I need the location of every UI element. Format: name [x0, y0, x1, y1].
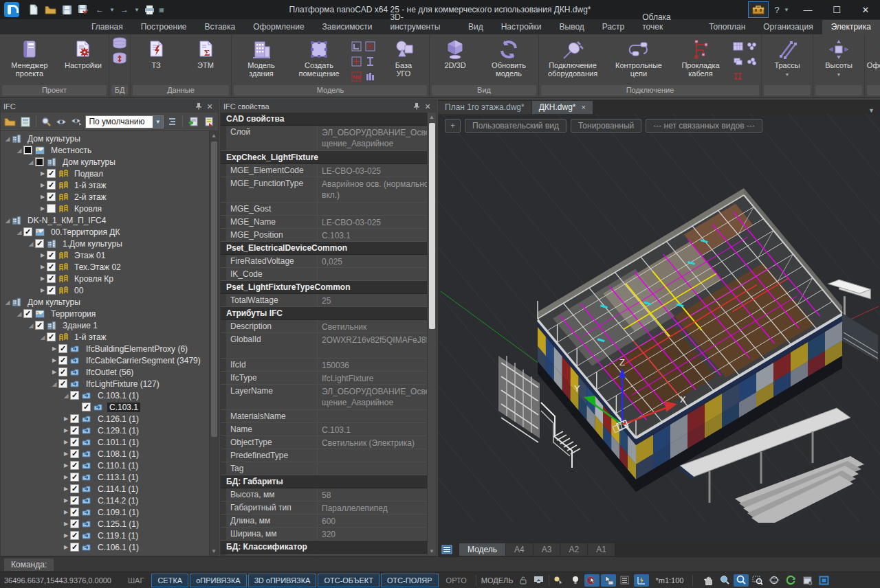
- tree-item-label[interactable]: C.103.1 (1): [96, 391, 141, 400]
- tree-checkbox[interactable]: ✓: [70, 438, 79, 446]
- model-space-label[interactable]: МОДЕЛЬ: [478, 576, 516, 585]
- property-section-header[interactable]: БД: Габариты−: [221, 475, 436, 488]
- tree-row[interactable]: ▶✓C.119.1 (1): [1, 530, 218, 541]
- status-toggle-ШАГ[interactable]: ШАГ: [122, 574, 150, 587]
- property-section-header[interactable]: Pset_ElectricalDeviceCommon−: [221, 242, 436, 255]
- dbarrows-icon[interactable]: [112, 52, 127, 66]
- add-viewport-button[interactable]: +: [445, 119, 461, 133]
- tree-item-label[interactable]: Территория: [49, 309, 98, 319]
- status-toggle-3D оПРИВЯЗКА[interactable]: 3D оПРИВЯЗКА: [248, 574, 317, 587]
- tree-item-label[interactable]: Дом культуры: [25, 134, 82, 144]
- tree-item-label[interactable]: 1-й этаж: [72, 181, 109, 190]
- cols-icon[interactable]: [364, 70, 376, 83]
- tree-checkbox[interactable]: ✓: [70, 496, 79, 505]
- ribbon-button-ТЗ[interactable]: ТЗ: [131, 36, 181, 69]
- tree-checkbox[interactable]: ✓: [58, 368, 67, 376]
- tree-row[interactable]: ▶✓2-й этаж: [1, 191, 218, 203]
- viewport-control-2[interactable]: Тонированный: [571, 119, 641, 133]
- tree-item-label[interactable]: 1.Дом культуры: [60, 239, 124, 249]
- ribbon-tab-3D-инструменты[interactable]: 3D-инструменты: [381, 10, 459, 34]
- tree-row[interactable]: ▶✓C.106.1 (1): [1, 541, 218, 553]
- property-value[interactable]: 25: [317, 294, 436, 306]
- tree-item-label[interactable]: 00.Территория ДК: [49, 227, 122, 237]
- ribbon-button-Обновить-модель[interactable]: Обновитьмодель: [480, 36, 538, 78]
- bulbs-icon[interactable]: [746, 40, 758, 53]
- property-row[interactable]: NameC.103.1: [221, 423, 436, 436]
- property-value[interactable]: [317, 410, 436, 422]
- list-icon[interactable]: [617, 574, 632, 587]
- property-value[interactable]: Аварийное осв. (нормально вкл.): [317, 177, 436, 202]
- tree-row[interactable]: ▶✓C.113.1 (1): [1, 471, 218, 483]
- ibeam-icon[interactable]: [364, 55, 376, 68]
- selection-add-icon[interactable]: [551, 574, 566, 587]
- tree-checkbox[interactable]: ✓: [70, 473, 79, 482]
- search-icon[interactable]: [40, 115, 53, 128]
- pin-icon[interactable]: [411, 102, 422, 111]
- collapsed-arrow-icon[interactable]: ▶: [38, 205, 47, 212]
- export-green-icon[interactable]: [186, 115, 199, 128]
- ribbon-button-Создать-помещение[interactable]: Создатьпомещение: [290, 36, 348, 78]
- ribbon-button-База-УГО[interactable]: БазаУГО: [379, 36, 428, 78]
- pin-icon[interactable]: [193, 102, 204, 111]
- tt-icon[interactable]: [732, 70, 744, 83]
- tree-item-label[interactable]: Подвал: [72, 169, 105, 179]
- property-value[interactable]: [317, 554, 436, 556]
- tree-item-label[interactable]: C.126.1 (1): [96, 414, 141, 424]
- tree-item-label[interactable]: C.114.1 (1): [96, 484, 140, 494]
- property-section-header[interactable]: БД: Классификатор−: [221, 541, 436, 554]
- tree-row[interactable]: ◢✓C.103.1 (1): [1, 389, 218, 401]
- command-prompt[interactable]: Команда:: [4, 558, 54, 571]
- tree-item-label[interactable]: C.106.1 (1): [96, 543, 141, 552]
- property-row[interactable]: ObjectTypeСветильник (Электрика): [221, 436, 436, 449]
- collapsed-arrow-icon[interactable]: ▶: [38, 264, 47, 270]
- status-toggle-ОТС-ПОЛЯР[interactable]: ОТС-ПОЛЯР: [381, 574, 439, 587]
- property-value[interactable]: 2OWXRZ16v82f5QIMAFeJ8I: [317, 333, 436, 358]
- collapsed-arrow-icon[interactable]: ▶: [62, 532, 70, 539]
- zoom-drop-icon[interactable]: [717, 574, 732, 587]
- property-row[interactable]: IK_Code: [221, 268, 436, 281]
- property-value[interactable]: [317, 203, 436, 215]
- ribbon-tab-Электрика[interactable]: Электрика: [822, 20, 880, 34]
- property-row[interactable]: IfcId150036: [221, 359, 436, 372]
- ribbon-tab-Растр[interactable]: Растр: [593, 20, 633, 34]
- collapsed-arrow-icon[interactable]: ▶: [38, 194, 47, 200]
- frame-icon[interactable]: [816, 574, 831, 587]
- property-row[interactable]: Длина, мм600: [221, 514, 436, 528]
- collapsed-arrow-icon[interactable]: ▶: [62, 416, 70, 422]
- tree-checkbox[interactable]: ✓: [58, 356, 67, 365]
- tree-row[interactable]: ▶✓C.129.1 (1): [1, 425, 218, 436]
- tree-checkbox[interactable]: ✓: [58, 344, 67, 353]
- property-value[interactable]: 600: [317, 514, 436, 527]
- tree-item-label[interactable]: C.108.1 (1): [96, 449, 141, 459]
- tree-checkbox[interactable]: [47, 204, 56, 213]
- tree-checkbox[interactable]: ✓: [70, 426, 79, 435]
- annotation-scale[interactable]: *m1:100: [649, 576, 691, 585]
- property-value[interactable]: Светильник: [317, 320, 436, 332]
- tree-row[interactable]: ▶✓00: [1, 284, 218, 296]
- property-value[interactable]: 0,025: [317, 255, 436, 267]
- property-value[interactable]: 320: [317, 528, 436, 540]
- tree-row[interactable]: ▶✓C.114.1 (1): [1, 483, 218, 495]
- ribbon-tab-Главная[interactable]: Главная: [82, 20, 132, 34]
- property-row[interactable]: Ширина, мм320: [221, 528, 436, 541]
- db-icon[interactable]: [112, 37, 127, 51]
- tree-row[interactable]: ▶✓C.109.1 (1): [1, 506, 218, 518]
- expanded-arrow-icon[interactable]: ◢: [62, 392, 70, 399]
- layers-icon[interactable]: [732, 55, 744, 68]
- tree-item-label[interactable]: 1-й этаж: [72, 332, 109, 342]
- tree-item-label[interactable]: C.109.1 (1): [96, 508, 141, 517]
- property-row[interactable]: GlobalId2OWXRZ16v82f5QIMAFeJ8I: [221, 333, 436, 359]
- property-row[interactable]: MGE_Gost: [221, 203, 436, 216]
- ribbon-tab-Топоплан[interactable]: Топоплан: [700, 20, 754, 34]
- tree-checkbox[interactable]: ✓: [70, 461, 79, 470]
- property-row[interactable]: Tag: [221, 462, 436, 475]
- tree-row[interactable]: ◢DK-N_1_КМ_П_IFC4: [1, 214, 218, 226]
- property-row[interactable]: PredefinedType: [221, 449, 436, 462]
- status-toggle-ОТС-ОБЪЕКТ[interactable]: ОТС-ОБЪЕКТ: [318, 574, 379, 587]
- tree-row[interactable]: ▶Кровля: [1, 203, 218, 214]
- lamp-icon[interactable]: [568, 574, 583, 587]
- tree-item-label[interactable]: Тех.Этаж 02: [72, 262, 123, 272]
- layout-tab-A3[interactable]: A3: [534, 543, 560, 556]
- lock-ui-icon[interactable]: [516, 574, 531, 587]
- tree-checkbox[interactable]: ✓: [70, 519, 79, 528]
